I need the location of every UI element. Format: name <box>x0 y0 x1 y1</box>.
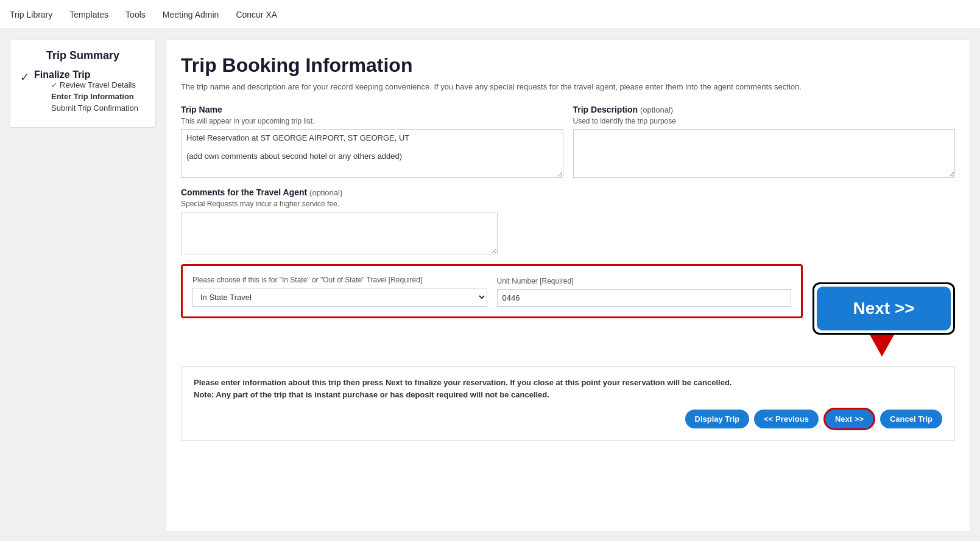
comments-input[interactable] <box>181 212 498 254</box>
page-title: Trip Booking Information <box>181 54 955 77</box>
comments-sublabel: Special Requests may incur a higher serv… <box>181 200 955 208</box>
nav-meeting-admin[interactable]: Meeting Admin <box>163 10 219 19</box>
unit-number-label: Unit Number [Required] <box>497 277 792 285</box>
finalize-trip-label: Finalize Trip <box>34 69 138 80</box>
display-trip-button[interactable]: Display Trip <box>685 410 750 428</box>
comments-label: Comments for the Travel Agent (optional) <box>181 187 955 197</box>
travel-type-box: Please choose if this is for "In State" … <box>181 264 803 318</box>
unit-number-group: Unit Number [Required] <box>497 277 792 307</box>
top-nav: Trip Library Templates Tools Meeting Adm… <box>0 0 980 29</box>
sidebar-items: ✓ Review Travel Details Enter Trip Infor… <box>51 80 138 113</box>
arrow-container <box>181 335 955 357</box>
previous-button[interactable]: << Previous <box>754 410 819 428</box>
nav-tools[interactable]: Tools <box>125 10 146 19</box>
bottom-buttons: Display Trip << Previous Next >> Cancel … <box>194 408 942 430</box>
main-container: Trip Summary ✓ Finalize Trip ✓ Review Tr… <box>0 29 980 541</box>
content-wrapper: Trip Booking Information The trip name a… <box>166 39 970 531</box>
sidebar-item-review-travel-label: Review Travel Details <box>60 80 136 89</box>
trip-name-label: Trip Name <box>181 105 563 114</box>
finalize-trip-section: ✓ Finalize Trip ✓ Review Travel Details … <box>20 69 146 113</box>
sidebar-item-submit-confirmation-label: Submit Trip Confirmation <box>51 103 138 113</box>
bottom-info-text: Please enter information about this trip… <box>194 377 942 400</box>
sidebar: Trip Summary ✓ Finalize Trip ✓ Review Tr… <box>10 39 156 128</box>
next-big-button-wrapper: Next >> <box>813 282 955 335</box>
nav-templates[interactable]: Templates <box>69 10 108 19</box>
sidebar-item-review-travel[interactable]: ✓ Review Travel Details <box>51 80 138 89</box>
sidebar-item-enter-trip-label: Enter Trip Information <box>51 92 134 101</box>
unit-number-input[interactable] <box>497 289 792 307</box>
next-button[interactable]: Next >> <box>823 408 875 430</box>
finalize-trip-check: ✓ <box>20 71 29 84</box>
sidebar-item-enter-trip[interactable]: Enter Trip Information <box>51 92 138 101</box>
trip-description-optional: (optional) <box>640 105 673 114</box>
travel-type-label: Please choose if this is for "In State" … <box>192 276 487 284</box>
comments-group: Comments for the Travel Agent (optional)… <box>181 187 955 254</box>
trip-description-group: Trip Description (optional) Used to iden… <box>573 105 956 178</box>
trip-name-group: Trip Name This will appear in your upcom… <box>181 105 563 178</box>
travel-type-group: Please choose if this is for "In State" … <box>192 276 487 307</box>
sidebar-item-submit-confirmation[interactable]: Submit Trip Confirmation <box>51 103 138 113</box>
down-arrow-icon <box>870 335 894 357</box>
trip-name-sublabel: This will appear in your upcoming trip l… <box>181 117 563 125</box>
next-big-button[interactable]: Next >> <box>817 287 951 330</box>
nav-trip-library[interactable]: Trip Library <box>10 10 52 19</box>
page-description: The trip name and description are for yo… <box>181 82 955 92</box>
trip-info-row: Trip Name This will appear in your upcom… <box>181 105 955 178</box>
nav-concur-xa[interactable]: Concur XA <box>236 10 277 19</box>
trip-description-label: Trip Description (optional) <box>573 105 956 114</box>
trip-name-input[interactable]: Hotel Reservation at ST GEORGE AIRPORT, … <box>181 129 563 178</box>
trip-description-sublabel: Used to identify the trip purpose <box>573 117 956 125</box>
review-travel-check: ✓ <box>51 81 57 89</box>
travel-type-select[interactable]: In State Travel Out of State Travel <box>192 288 487 307</box>
comments-optional: (optional) <box>309 188 342 197</box>
content-area: Trip Booking Information The trip name a… <box>166 39 970 531</box>
trip-description-input[interactable] <box>573 129 956 178</box>
sidebar-title: Trip Summary <box>20 49 146 62</box>
bottom-info-bar: Please enter information about this trip… <box>181 366 955 441</box>
cancel-trip-button[interactable]: Cancel Trip <box>880 410 942 428</box>
